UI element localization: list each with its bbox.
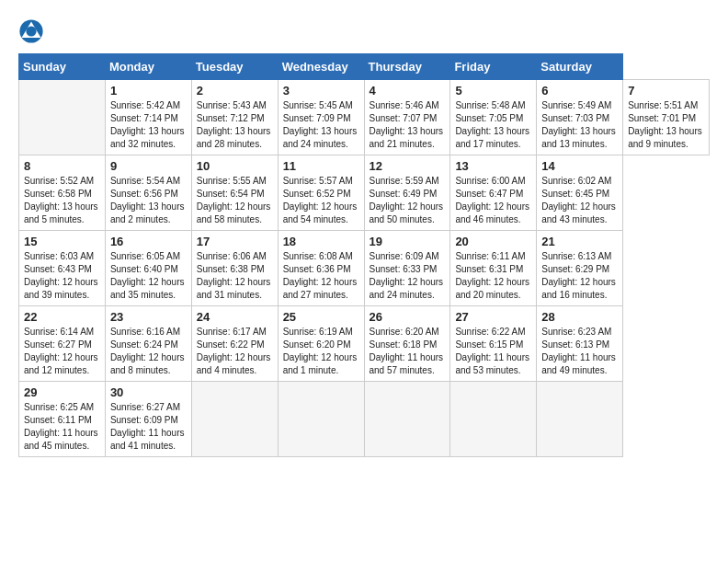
calendar-cell: 23Sunrise: 6:16 AM Sunset: 6:24 PM Dayli… bbox=[105, 306, 191, 382]
day-number: 23 bbox=[110, 310, 187, 324]
calendar-cell: 21Sunrise: 6:13 AM Sunset: 6:29 PM Dayli… bbox=[537, 231, 623, 306]
calendar-cell: 3Sunrise: 5:45 AM Sunset: 7:09 PM Daylig… bbox=[278, 80, 364, 155]
calendar-week-4: 22Sunrise: 6:14 AM Sunset: 6:27 PM Dayli… bbox=[19, 306, 710, 382]
day-info: Sunrise: 6:00 AM Sunset: 6:47 PM Dayligh… bbox=[455, 175, 531, 226]
calendar-week-1: 1Sunrise: 5:42 AM Sunset: 7:14 PM Daylig… bbox=[19, 80, 710, 155]
day-number: 12 bbox=[370, 159, 446, 173]
day-info: Sunrise: 5:57 AM Sunset: 6:52 PM Dayligh… bbox=[283, 175, 359, 226]
day-info: Sunrise: 5:55 AM Sunset: 6:54 PM Dayligh… bbox=[197, 175, 273, 226]
logo-icon bbox=[18, 18, 44, 44]
day-number: 20 bbox=[455, 235, 531, 248]
calendar-cell: 11Sunrise: 5:57 AM Sunset: 6:52 PM Dayli… bbox=[278, 155, 364, 231]
calendar-cell: 6Sunrise: 5:49 AM Sunset: 7:03 PM Daylig… bbox=[537, 80, 623, 155]
calendar-cell: 26Sunrise: 6:20 AM Sunset: 6:18 PM Dayli… bbox=[364, 306, 450, 382]
calendar-cell: 4Sunrise: 5:46 AM Sunset: 7:07 PM Daylig… bbox=[364, 80, 450, 155]
day-info: Sunrise: 6:02 AM Sunset: 6:45 PM Dayligh… bbox=[541, 175, 618, 226]
day-number: 5 bbox=[455, 84, 531, 98]
day-info: Sunrise: 6:27 AM Sunset: 6:09 PM Dayligh… bbox=[110, 401, 187, 453]
day-info: Sunrise: 5:52 AM Sunset: 6:58 PM Dayligh… bbox=[24, 175, 100, 226]
calendar-cell: 18Sunrise: 6:08 AM Sunset: 6:36 PM Dayli… bbox=[278, 231, 364, 306]
day-info: Sunrise: 6:13 AM Sunset: 6:29 PM Dayligh… bbox=[541, 250, 618, 302]
day-info: Sunrise: 6:05 AM Sunset: 6:40 PM Dayligh… bbox=[110, 250, 187, 302]
day-number: 29 bbox=[24, 385, 100, 399]
calendar-cell: 14Sunrise: 6:02 AM Sunset: 6:45 PM Dayli… bbox=[537, 155, 623, 231]
day-info: Sunrise: 6:22 AM Sunset: 6:15 PM Dayligh… bbox=[455, 326, 531, 377]
day-info: Sunrise: 5:59 AM Sunset: 6:49 PM Dayligh… bbox=[370, 175, 446, 226]
day-header-sunday: Sunday bbox=[19, 54, 106, 80]
calendar-cell: 27Sunrise: 6:22 AM Sunset: 6:15 PM Dayli… bbox=[450, 306, 537, 382]
day-number: 13 bbox=[455, 159, 531, 173]
day-number: 24 bbox=[197, 310, 273, 324]
day-number: 21 bbox=[541, 235, 618, 248]
day-number: 3 bbox=[283, 84, 359, 98]
calendar-cell bbox=[364, 382, 450, 457]
day-number: 15 bbox=[24, 235, 100, 248]
calendar-cell bbox=[19, 80, 106, 155]
day-number: 28 bbox=[541, 310, 618, 324]
day-info: Sunrise: 5:46 AM Sunset: 7:07 PM Dayligh… bbox=[370, 99, 446, 151]
day-info: Sunrise: 5:48 AM Sunset: 7:05 PM Dayligh… bbox=[455, 99, 531, 151]
calendar-cell bbox=[278, 382, 364, 457]
calendar-cell: 9Sunrise: 5:54 AM Sunset: 6:56 PM Daylig… bbox=[105, 155, 191, 231]
day-number: 25 bbox=[283, 310, 359, 324]
day-info: Sunrise: 6:23 AM Sunset: 6:13 PM Dayligh… bbox=[541, 326, 618, 377]
day-info: Sunrise: 6:14 AM Sunset: 6:27 PM Dayligh… bbox=[24, 326, 100, 377]
day-header-saturday: Saturday bbox=[537, 54, 623, 80]
day-number: 8 bbox=[24, 159, 100, 173]
day-number: 26 bbox=[370, 310, 446, 324]
day-info: Sunrise: 6:11 AM Sunset: 6:31 PM Dayligh… bbox=[455, 250, 531, 302]
calendar-cell bbox=[191, 382, 278, 457]
day-number: 30 bbox=[110, 385, 187, 399]
day-header-friday: Friday bbox=[450, 54, 537, 80]
calendar-cell: 19Sunrise: 6:09 AM Sunset: 6:33 PM Dayli… bbox=[364, 231, 450, 306]
day-number: 17 bbox=[197, 235, 273, 248]
day-info: Sunrise: 6:03 AM Sunset: 6:43 PM Dayligh… bbox=[24, 250, 100, 302]
calendar-cell: 24Sunrise: 6:17 AM Sunset: 6:22 PM Dayli… bbox=[191, 306, 278, 382]
day-number: 4 bbox=[370, 84, 446, 98]
day-header-wednesday: Wednesday bbox=[278, 54, 364, 80]
day-number: 9 bbox=[110, 159, 187, 173]
day-header-thursday: Thursday bbox=[364, 54, 450, 80]
day-number: 27 bbox=[455, 310, 531, 324]
calendar-cell: 12Sunrise: 5:59 AM Sunset: 6:49 PM Dayli… bbox=[364, 155, 450, 231]
day-number: 22 bbox=[24, 310, 100, 324]
day-info: Sunrise: 6:17 AM Sunset: 6:22 PM Dayligh… bbox=[197, 326, 273, 377]
day-number: 18 bbox=[283, 235, 359, 248]
day-number: 14 bbox=[541, 159, 618, 173]
day-info: Sunrise: 5:43 AM Sunset: 7:12 PM Dayligh… bbox=[197, 99, 273, 151]
calendar-cell bbox=[537, 382, 623, 457]
day-header-tuesday: Tuesday bbox=[191, 54, 278, 80]
day-info: Sunrise: 6:06 AM Sunset: 6:38 PM Dayligh… bbox=[197, 250, 273, 302]
calendar-cell: 7Sunrise: 5:51 AM Sunset: 7:01 PM Daylig… bbox=[623, 80, 710, 155]
day-info: Sunrise: 6:09 AM Sunset: 6:33 PM Dayligh… bbox=[370, 250, 446, 302]
day-info: Sunrise: 5:49 AM Sunset: 7:03 PM Dayligh… bbox=[541, 99, 618, 151]
calendar-week-3: 15Sunrise: 6:03 AM Sunset: 6:43 PM Dayli… bbox=[19, 231, 710, 306]
calendar-cell: 20Sunrise: 6:11 AM Sunset: 6:31 PM Dayli… bbox=[450, 231, 537, 306]
day-number: 2 bbox=[197, 84, 273, 98]
calendar-table: SundayMondayTuesdayWednesdayThursdayFrid… bbox=[18, 53, 710, 457]
calendar-cell: 25Sunrise: 6:19 AM Sunset: 6:20 PM Dayli… bbox=[278, 306, 364, 382]
calendar-cell: 28Sunrise: 6:23 AM Sunset: 6:13 PM Dayli… bbox=[537, 306, 623, 382]
svg-point-2 bbox=[26, 26, 36, 36]
calendar-cell: 13Sunrise: 6:00 AM Sunset: 6:47 PM Dayli… bbox=[450, 155, 537, 231]
day-info: Sunrise: 5:54 AM Sunset: 6:56 PM Dayligh… bbox=[110, 175, 187, 226]
day-info: Sunrise: 6:16 AM Sunset: 6:24 PM Dayligh… bbox=[110, 326, 187, 377]
day-number: 1 bbox=[110, 84, 187, 98]
calendar-cell: 22Sunrise: 6:14 AM Sunset: 6:27 PM Dayli… bbox=[19, 306, 106, 382]
calendar-cell: 29Sunrise: 6:25 AM Sunset: 6:11 PM Dayli… bbox=[19, 382, 106, 457]
day-info: Sunrise: 5:42 AM Sunset: 7:14 PM Dayligh… bbox=[110, 99, 187, 151]
calendar-cell: 17Sunrise: 6:06 AM Sunset: 6:38 PM Dayli… bbox=[191, 231, 278, 306]
day-info: Sunrise: 6:25 AM Sunset: 6:11 PM Dayligh… bbox=[24, 401, 100, 453]
day-number: 7 bbox=[628, 84, 704, 98]
calendar-week-2: 8Sunrise: 5:52 AM Sunset: 6:58 PM Daylig… bbox=[19, 155, 710, 231]
day-info: Sunrise: 6:08 AM Sunset: 6:36 PM Dayligh… bbox=[283, 250, 359, 302]
calendar-cell: 16Sunrise: 6:05 AM Sunset: 6:40 PM Dayli… bbox=[105, 231, 191, 306]
day-info: Sunrise: 6:20 AM Sunset: 6:18 PM Dayligh… bbox=[370, 326, 446, 377]
day-number: 6 bbox=[541, 84, 618, 98]
day-number: 11 bbox=[283, 159, 359, 173]
calendar-cell: 30Sunrise: 6:27 AM Sunset: 6:09 PM Dayli… bbox=[105, 382, 191, 457]
page-header bbox=[18, 18, 710, 44]
calendar-cell: 1Sunrise: 5:42 AM Sunset: 7:14 PM Daylig… bbox=[105, 80, 191, 155]
logo bbox=[18, 18, 48, 44]
calendar-cell: 2Sunrise: 5:43 AM Sunset: 7:12 PM Daylig… bbox=[191, 80, 278, 155]
